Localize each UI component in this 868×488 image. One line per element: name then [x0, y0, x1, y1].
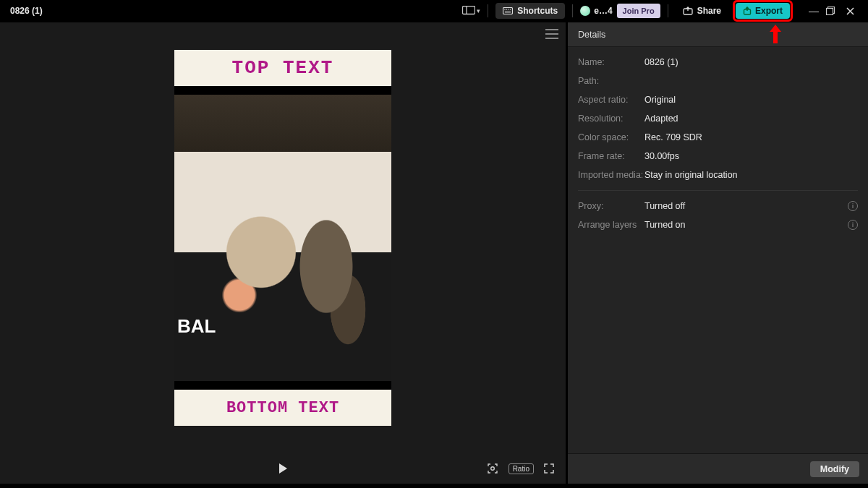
- info-icon[interactable]: i: [848, 201, 858, 211]
- details-body: Name: 0826 (1) Path: Aspect ratio: Origi…: [568, 47, 868, 453]
- video-canvas: TOP TEXT BAL BOTTOM TEXT: [174, 50, 391, 426]
- detail-value: Original: [644, 95, 676, 105]
- detail-label: Path:: [578, 76, 644, 86]
- meme-bottom-text: BOTTOM TEXT: [174, 390, 391, 426]
- details-footer: Modify: [568, 453, 868, 484]
- window-minimize-button[interactable]: —: [806, 5, 822, 17]
- fullscreen-icon: [544, 463, 554, 474]
- export-highlight-box: Export: [733, 0, 793, 22]
- export-label: Export: [755, 6, 783, 16]
- detail-value: Stay in original location: [644, 170, 738, 180]
- shortcuts-label: Shortcuts: [517, 6, 558, 16]
- detail-label: Arrange layers: [578, 220, 644, 230]
- detail-value: 30.00fps: [644, 151, 679, 161]
- export-icon: [743, 7, 752, 15]
- project-title: 0826 (1): [6, 6, 47, 16]
- detail-label: Resolution:: [578, 114, 644, 124]
- preview-panel: TOP TEXT BAL BOTTOM TEXT Ratio: [0, 22, 567, 484]
- detail-row-framerate: Frame rate: 30.00fps: [578, 147, 858, 166]
- main-area: TOP TEXT BAL BOTTOM TEXT Ratio: [0, 22, 868, 484]
- svg-point-3: [505, 9, 506, 9]
- keyboard-icon: [503, 7, 513, 14]
- detail-row-imported: Imported media: Stay in original locatio…: [578, 166, 858, 184]
- svg-point-12: [490, 467, 494, 471]
- svg-rect-0: [463, 7, 475, 14]
- detail-value: Adapted: [644, 114, 678, 124]
- top-bar: 0826 (1) ▾ Shortcuts e…4 Join Pro Share …: [0, 0, 868, 22]
- modify-button[interactable]: Modify: [810, 461, 859, 477]
- detail-label: Aspect ratio:: [578, 95, 644, 105]
- share-button[interactable]: Share: [676, 3, 728, 19]
- user-label: e…4: [594, 6, 612, 16]
- detail-row-name: Name: 0826 (1): [578, 53, 858, 72]
- ratio-button[interactable]: Ratio: [509, 463, 534, 474]
- svg-rect-7: [505, 12, 511, 12]
- detail-row-colorspace: Color space: Rec. 709 SDR: [578, 128, 858, 147]
- detail-label: Name:: [578, 57, 644, 67]
- detail-label: Imported media:: [578, 170, 644, 180]
- join-pro-button[interactable]: Join Pro: [617, 4, 660, 18]
- window-close-button[interactable]: [846, 7, 862, 15]
- play-button[interactable]: [278, 463, 288, 474]
- svg-rect-2: [503, 8, 513, 14]
- detail-label: Color space:: [578, 132, 644, 142]
- play-icon: [278, 463, 288, 474]
- detail-row-resolution: Resolution: Adapted: [578, 109, 858, 128]
- bottom-strip: [0, 484, 868, 488]
- detail-label: Frame rate:: [578, 151, 644, 161]
- details-header: Details: [568, 22, 868, 47]
- details-panel: Details Name: 0826 (1) Path: Aspect rati…: [567, 22, 868, 484]
- detail-value: Turned on: [644, 220, 686, 230]
- share-label: Share: [697, 6, 721, 16]
- info-icon[interactable]: i: [848, 220, 858, 230]
- preview-panel-menu-button[interactable]: [545, 28, 558, 40]
- svg-point-5: [509, 9, 509, 9]
- photo-overlay-text: BAL: [177, 315, 216, 338]
- svg-point-6: [510, 9, 511, 9]
- svg-point-4: [506, 9, 507, 9]
- detail-value: Turned off: [644, 201, 685, 211]
- scan-frame-button[interactable]: [487, 463, 498, 474]
- detail-label: Proxy:: [578, 201, 644, 211]
- meme-photo: BAL: [174, 95, 391, 381]
- user-chip[interactable]: e…4: [580, 6, 612, 16]
- detail-value: 0826 (1): [644, 57, 678, 67]
- shortcuts-button[interactable]: Shortcuts: [495, 3, 565, 19]
- export-button[interactable]: Export: [736, 3, 790, 19]
- meme-top-text: TOP TEXT: [174, 50, 391, 86]
- canvas-area[interactable]: TOP TEXT BAL BOTTOM TEXT: [0, 22, 566, 453]
- scan-icon: [487, 463, 498, 474]
- detail-value: Rec. 709 SDR: [644, 132, 702, 142]
- window-maximize-button[interactable]: [826, 7, 842, 15]
- avatar-icon: [580, 6, 590, 16]
- divider: [578, 190, 858, 191]
- detail-row-arrange: Arrange layers Turned on i: [578, 215, 858, 234]
- detail-row-path: Path:: [578, 72, 858, 90]
- layout-icon[interactable]: ▾: [462, 3, 480, 19]
- player-bar: Ratio: [0, 453, 566, 484]
- detail-row-proxy: Proxy: Turned off i: [578, 197, 858, 215]
- fullscreen-button[interactable]: [544, 463, 554, 474]
- detail-row-aspect: Aspect ratio: Original: [578, 90, 858, 109]
- svg-rect-11: [827, 9, 833, 15]
- share-icon: [683, 7, 693, 15]
